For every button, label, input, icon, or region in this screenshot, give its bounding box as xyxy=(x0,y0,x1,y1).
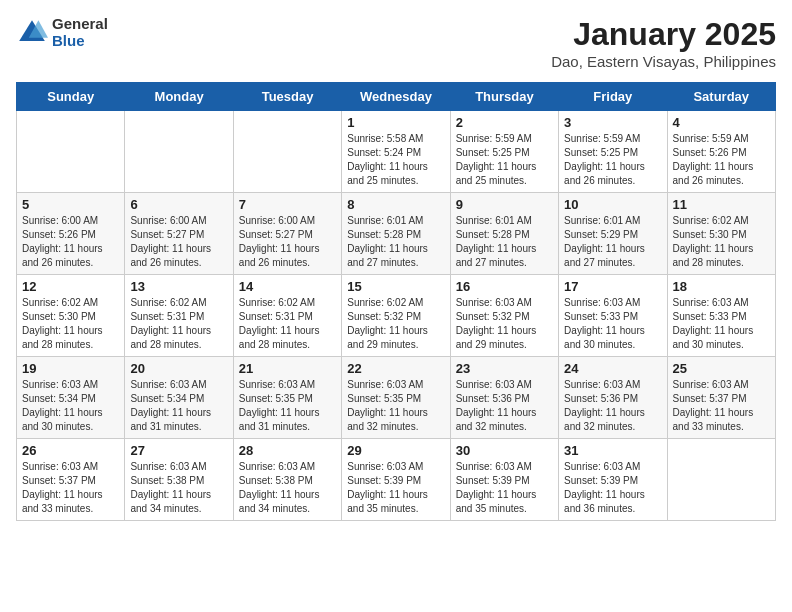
day-info: Sunrise: 6:03 AM Sunset: 5:34 PM Dayligh… xyxy=(130,378,227,434)
day-info: Sunrise: 6:03 AM Sunset: 5:34 PM Dayligh… xyxy=(22,378,119,434)
calendar-day-cell: 10Sunrise: 6:01 AM Sunset: 5:29 PM Dayli… xyxy=(559,193,667,275)
day-info: Sunrise: 6:02 AM Sunset: 5:31 PM Dayligh… xyxy=(130,296,227,352)
calendar-week-row: 5Sunrise: 6:00 AM Sunset: 5:26 PM Daylig… xyxy=(17,193,776,275)
day-info: Sunrise: 6:00 AM Sunset: 5:27 PM Dayligh… xyxy=(239,214,336,270)
day-number: 24 xyxy=(564,361,661,376)
weekday-header: Monday xyxy=(125,83,233,111)
logo-icon xyxy=(16,17,48,49)
day-info: Sunrise: 6:03 AM Sunset: 5:35 PM Dayligh… xyxy=(347,378,444,434)
day-info: Sunrise: 6:03 AM Sunset: 5:39 PM Dayligh… xyxy=(347,460,444,516)
day-info: Sunrise: 6:02 AM Sunset: 5:30 PM Dayligh… xyxy=(673,214,770,270)
calendar-body: 1Sunrise: 5:58 AM Sunset: 5:24 PM Daylig… xyxy=(17,111,776,521)
calendar-day-cell: 1Sunrise: 5:58 AM Sunset: 5:24 PM Daylig… xyxy=(342,111,450,193)
day-number: 4 xyxy=(673,115,770,130)
day-info: Sunrise: 5:59 AM Sunset: 5:25 PM Dayligh… xyxy=(456,132,553,188)
calendar-table: SundayMondayTuesdayWednesdayThursdayFrid… xyxy=(16,82,776,521)
day-number: 25 xyxy=(673,361,770,376)
calendar-day-cell: 18Sunrise: 6:03 AM Sunset: 5:33 PM Dayli… xyxy=(667,275,775,357)
logo-general: General xyxy=(52,16,108,33)
page-title: January 2025 xyxy=(551,16,776,53)
day-info: Sunrise: 6:01 AM Sunset: 5:28 PM Dayligh… xyxy=(456,214,553,270)
calendar-header: SundayMondayTuesdayWednesdayThursdayFrid… xyxy=(17,83,776,111)
title-block: January 2025 Dao, Eastern Visayas, Phili… xyxy=(551,16,776,70)
day-info: Sunrise: 6:02 AM Sunset: 5:31 PM Dayligh… xyxy=(239,296,336,352)
calendar-day-cell: 8Sunrise: 6:01 AM Sunset: 5:28 PM Daylig… xyxy=(342,193,450,275)
calendar-week-row: 26Sunrise: 6:03 AM Sunset: 5:37 PM Dayli… xyxy=(17,439,776,521)
day-info: Sunrise: 6:03 AM Sunset: 5:38 PM Dayligh… xyxy=(130,460,227,516)
calendar-day-cell: 14Sunrise: 6:02 AM Sunset: 5:31 PM Dayli… xyxy=(233,275,341,357)
day-number: 20 xyxy=(130,361,227,376)
day-info: Sunrise: 6:00 AM Sunset: 5:27 PM Dayligh… xyxy=(130,214,227,270)
day-number: 21 xyxy=(239,361,336,376)
day-number: 23 xyxy=(456,361,553,376)
day-info: Sunrise: 6:02 AM Sunset: 5:30 PM Dayligh… xyxy=(22,296,119,352)
day-info: Sunrise: 5:58 AM Sunset: 5:24 PM Dayligh… xyxy=(347,132,444,188)
calendar-day-cell: 3Sunrise: 5:59 AM Sunset: 5:25 PM Daylig… xyxy=(559,111,667,193)
day-number: 15 xyxy=(347,279,444,294)
calendar-day-cell: 12Sunrise: 6:02 AM Sunset: 5:30 PM Dayli… xyxy=(17,275,125,357)
weekday-header: Wednesday xyxy=(342,83,450,111)
calendar-day-cell: 23Sunrise: 6:03 AM Sunset: 5:36 PM Dayli… xyxy=(450,357,558,439)
day-info: Sunrise: 6:03 AM Sunset: 5:36 PM Dayligh… xyxy=(456,378,553,434)
day-info: Sunrise: 6:03 AM Sunset: 5:35 PM Dayligh… xyxy=(239,378,336,434)
logo: General Blue xyxy=(16,16,108,49)
calendar-day-cell: 30Sunrise: 6:03 AM Sunset: 5:39 PM Dayli… xyxy=(450,439,558,521)
calendar-day-cell: 27Sunrise: 6:03 AM Sunset: 5:38 PM Dayli… xyxy=(125,439,233,521)
day-number: 31 xyxy=(564,443,661,458)
day-number: 1 xyxy=(347,115,444,130)
day-number: 29 xyxy=(347,443,444,458)
weekday-header: Thursday xyxy=(450,83,558,111)
page-header: General Blue January 2025 Dao, Eastern V… xyxy=(16,16,776,70)
calendar-day-cell: 29Sunrise: 6:03 AM Sunset: 5:39 PM Dayli… xyxy=(342,439,450,521)
day-number: 18 xyxy=(673,279,770,294)
day-number: 17 xyxy=(564,279,661,294)
day-info: Sunrise: 6:03 AM Sunset: 5:36 PM Dayligh… xyxy=(564,378,661,434)
day-info: Sunrise: 6:03 AM Sunset: 5:33 PM Dayligh… xyxy=(564,296,661,352)
calendar-day-cell: 6Sunrise: 6:00 AM Sunset: 5:27 PM Daylig… xyxy=(125,193,233,275)
calendar-day-cell: 17Sunrise: 6:03 AM Sunset: 5:33 PM Dayli… xyxy=(559,275,667,357)
calendar-week-row: 19Sunrise: 6:03 AM Sunset: 5:34 PM Dayli… xyxy=(17,357,776,439)
weekday-header: Tuesday xyxy=(233,83,341,111)
day-info: Sunrise: 6:02 AM Sunset: 5:32 PM Dayligh… xyxy=(347,296,444,352)
day-number: 9 xyxy=(456,197,553,212)
day-number: 2 xyxy=(456,115,553,130)
calendar-day-cell: 21Sunrise: 6:03 AM Sunset: 5:35 PM Dayli… xyxy=(233,357,341,439)
calendar-day-cell: 13Sunrise: 6:02 AM Sunset: 5:31 PM Dayli… xyxy=(125,275,233,357)
calendar-day-cell: 24Sunrise: 6:03 AM Sunset: 5:36 PM Dayli… xyxy=(559,357,667,439)
day-number: 7 xyxy=(239,197,336,212)
calendar-day-cell: 9Sunrise: 6:01 AM Sunset: 5:28 PM Daylig… xyxy=(450,193,558,275)
calendar-day-cell: 22Sunrise: 6:03 AM Sunset: 5:35 PM Dayli… xyxy=(342,357,450,439)
calendar-day-cell xyxy=(125,111,233,193)
day-info: Sunrise: 6:03 AM Sunset: 5:38 PM Dayligh… xyxy=(239,460,336,516)
calendar-day-cell: 25Sunrise: 6:03 AM Sunset: 5:37 PM Dayli… xyxy=(667,357,775,439)
day-number: 5 xyxy=(22,197,119,212)
logo-blue: Blue xyxy=(52,33,108,50)
calendar-day-cell: 7Sunrise: 6:00 AM Sunset: 5:27 PM Daylig… xyxy=(233,193,341,275)
calendar-day-cell: 31Sunrise: 6:03 AM Sunset: 5:39 PM Dayli… xyxy=(559,439,667,521)
day-number: 3 xyxy=(564,115,661,130)
day-info: Sunrise: 6:03 AM Sunset: 5:39 PM Dayligh… xyxy=(456,460,553,516)
day-number: 30 xyxy=(456,443,553,458)
day-info: Sunrise: 6:01 AM Sunset: 5:29 PM Dayligh… xyxy=(564,214,661,270)
calendar-day-cell: 4Sunrise: 5:59 AM Sunset: 5:26 PM Daylig… xyxy=(667,111,775,193)
day-number: 27 xyxy=(130,443,227,458)
day-info: Sunrise: 6:03 AM Sunset: 5:33 PM Dayligh… xyxy=(673,296,770,352)
page-subtitle: Dao, Eastern Visayas, Philippines xyxy=(551,53,776,70)
day-info: Sunrise: 6:03 AM Sunset: 5:37 PM Dayligh… xyxy=(22,460,119,516)
calendar-day-cell: 20Sunrise: 6:03 AM Sunset: 5:34 PM Dayli… xyxy=(125,357,233,439)
weekday-header: Saturday xyxy=(667,83,775,111)
day-number: 6 xyxy=(130,197,227,212)
weekday-row: SundayMondayTuesdayWednesdayThursdayFrid… xyxy=(17,83,776,111)
day-info: Sunrise: 6:03 AM Sunset: 5:39 PM Dayligh… xyxy=(564,460,661,516)
day-number: 16 xyxy=(456,279,553,294)
day-info: Sunrise: 6:01 AM Sunset: 5:28 PM Dayligh… xyxy=(347,214,444,270)
day-number: 19 xyxy=(22,361,119,376)
calendar-day-cell: 26Sunrise: 6:03 AM Sunset: 5:37 PM Dayli… xyxy=(17,439,125,521)
day-number: 13 xyxy=(130,279,227,294)
day-number: 10 xyxy=(564,197,661,212)
day-info: Sunrise: 5:59 AM Sunset: 5:25 PM Dayligh… xyxy=(564,132,661,188)
day-number: 22 xyxy=(347,361,444,376)
calendar-day-cell: 19Sunrise: 6:03 AM Sunset: 5:34 PM Dayli… xyxy=(17,357,125,439)
weekday-header: Sunday xyxy=(17,83,125,111)
calendar-day-cell: 5Sunrise: 6:00 AM Sunset: 5:26 PM Daylig… xyxy=(17,193,125,275)
